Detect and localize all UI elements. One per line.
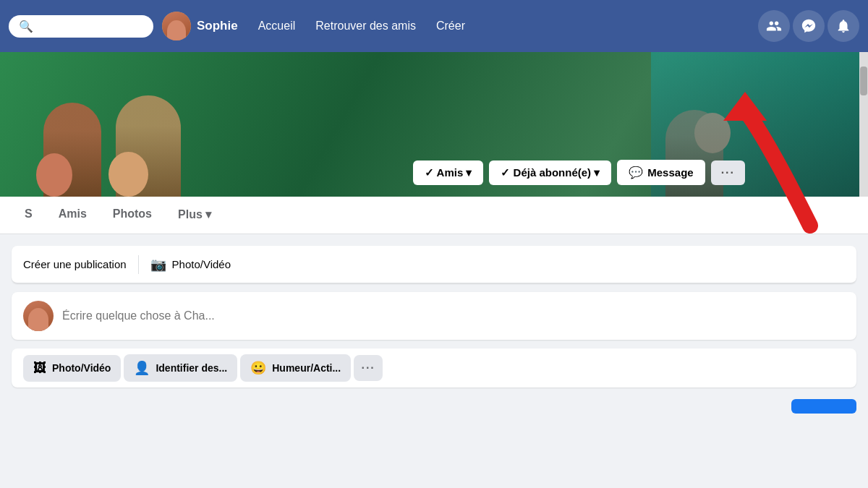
nav-links: Accueil Retrouver des amis Créer bbox=[258, 20, 465, 33]
cover-actions: ✓ Amis ▾ ✓ Déjà abonné(e) ▾ 💬 Message ··… bbox=[413, 160, 745, 185]
tag-label: Identifier des... bbox=[156, 362, 227, 374]
tab-photos[interactable]: Photos bbox=[100, 197, 165, 233]
search-box[interactable]: 🔍 bbox=[9, 15, 153, 38]
tab-timeline[interactable]: S bbox=[12, 197, 46, 233]
messenger-icon-button[interactable] bbox=[793, 10, 825, 42]
pub-divider bbox=[138, 255, 139, 274]
avatar-image bbox=[162, 12, 191, 40]
nav-link-creer[interactable]: Créer bbox=[436, 20, 465, 33]
avatar bbox=[162, 12, 191, 40]
nav-profile[interactable]: Sophie bbox=[162, 12, 238, 40]
publication-bar: Créer une publication 📷 Photo/Vidéo bbox=[12, 246, 856, 283]
camera-icon: 📷 bbox=[150, 257, 166, 273]
mood-btn[interactable]: 😀 Humeur/Acti... bbox=[240, 354, 351, 382]
nav-icons bbox=[758, 10, 859, 42]
profile-tabs: S Amis Photos Plus ▾ bbox=[0, 197, 868, 234]
pub-photo-link[interactable]: 📷 Photo/Vidéo bbox=[150, 257, 231, 273]
tab-amis[interactable]: Amis bbox=[46, 197, 100, 233]
tab-plus-label: Plus ▾ bbox=[178, 207, 211, 221]
pub-photo-label: Photo/Vidéo bbox=[172, 258, 231, 270]
nav-link-amis[interactable]: Retrouver des amis bbox=[315, 20, 416, 33]
bell-icon-button[interactable] bbox=[827, 10, 859, 42]
cover-photo: ✓ Amis ▾ ✓ Déjà abonné(e) ▾ 💬 Message ··… bbox=[0, 52, 868, 197]
tab-plus[interactable]: Plus ▾ bbox=[165, 197, 224, 234]
scrollbar[interactable] bbox=[859, 52, 868, 197]
tag-icon: 👤 bbox=[134, 360, 150, 376]
abonne-button[interactable]: ✓ Déjà abonné(e) ▾ bbox=[489, 160, 611, 185]
mood-icon: 😀 bbox=[250, 360, 266, 376]
post-actions: 🖼 Photo/Vidéo 👤 Identifier des... 😀 Hume… bbox=[12, 348, 856, 388]
cover-wrapper: ✓ Amis ▾ ✓ Déjà abonné(e) ▾ 💬 Message ··… bbox=[0, 52, 868, 197]
photo-video-btn[interactable]: 🖼 Photo/Vidéo bbox=[23, 355, 121, 382]
friends-icon-button[interactable] bbox=[758, 10, 790, 42]
mood-label: Humeur/Acti... bbox=[272, 362, 341, 374]
more-options-button[interactable]: ··· bbox=[711, 160, 745, 185]
submit-post-button[interactable] bbox=[791, 399, 856, 414]
message-label: Message bbox=[647, 166, 693, 179]
nav-username: Sophie bbox=[197, 19, 238, 33]
actions-more-button[interactable]: ··· bbox=[354, 355, 383, 381]
blue-btn-area bbox=[12, 399, 856, 414]
write-avatar bbox=[23, 301, 54, 331]
scrollbar-thumb bbox=[860, 67, 867, 95]
nav-link-accueil[interactable]: Accueil bbox=[258, 20, 296, 33]
photo-video-label: Photo/Vidéo bbox=[52, 362, 111, 374]
photo-video-icon: 🖼 bbox=[33, 361, 46, 376]
search-icon: 🔍 bbox=[19, 20, 33, 33]
main-content: Créer une publication 📷 Photo/Vidéo 🖼 Ph… bbox=[0, 234, 868, 425]
write-box bbox=[12, 292, 856, 340]
tag-btn[interactable]: 👤 Identifier des... bbox=[124, 354, 237, 382]
creer-publication-link[interactable]: Créer une publication bbox=[23, 249, 127, 279]
write-input[interactable] bbox=[62, 309, 845, 322]
messenger-small-icon: 💬 bbox=[629, 166, 643, 179]
topnav: 🔍 Sophie Accueil Retrouver des amis Crée… bbox=[0, 0, 868, 52]
amis-button[interactable]: ✓ Amis ▾ bbox=[413, 160, 483, 185]
message-button[interactable]: 💬 Message bbox=[617, 160, 705, 185]
search-input[interactable] bbox=[39, 20, 140, 33]
